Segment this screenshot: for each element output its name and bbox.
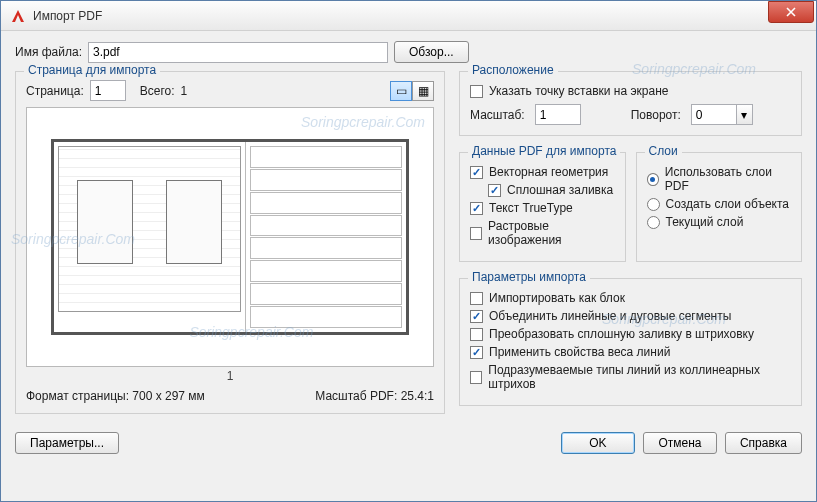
as-block-checkbox[interactable] <box>470 292 483 305</box>
create-obj-layers-label: Создать слои объекта <box>666 197 790 211</box>
vector-checkbox[interactable] <box>470 166 483 179</box>
page-format-label: Формат страницы: <box>26 389 129 403</box>
location-group: Расположение Указать точку вставки на эк… <box>459 71 802 136</box>
import-pdf-dialog: Импорт PDF Имя файла: Обзор... Страница … <box>0 0 817 502</box>
create-obj-layers-radio[interactable] <box>647 198 660 211</box>
help-button[interactable]: Справка <box>725 432 802 454</box>
implied-linetypes-checkbox[interactable] <box>470 371 482 384</box>
pick-point-checkbox[interactable] <box>470 85 483 98</box>
page-format-value: 700 x 297 мм <box>132 389 205 403</box>
ok-button[interactable]: OK <box>561 432 635 454</box>
browse-button[interactable]: Обзор... <box>394 41 469 63</box>
current-layer-label: Текущий слой <box>666 215 744 229</box>
pdf-data-legend: Данные PDF для импорта <box>468 144 620 158</box>
raster-label: Растровые изображения <box>488 219 614 247</box>
pdf-scale-value: 25.4:1 <box>401 389 434 403</box>
import-params-group: Параметры импорта Импортировать как блок… <box>459 278 802 406</box>
rotation-input[interactable] <box>691 104 737 125</box>
view-grid-icon[interactable]: ▦ <box>412 81 434 101</box>
apply-lineweight-label: Применить свойства веса линий <box>489 345 670 359</box>
layers-legend: Слои <box>645 144 682 158</box>
pdf-scale-label: Масштаб PDF: <box>315 389 397 403</box>
vector-label: Векторная геометрия <box>489 165 608 179</box>
implied-linetypes-label: Подразумеваемые типы линий из коллинеарн… <box>488 363 791 391</box>
page-preview: Soringpcrepair.Com Soringpcrepair.Com <box>26 107 434 367</box>
use-pdf-layers-label: Использовать слои PDF <box>665 165 791 193</box>
pick-point-label: Указать точку вставки на экране <box>489 84 668 98</box>
solid-fill-label: Сплошная заливка <box>507 183 613 197</box>
apply-lineweight-checkbox[interactable] <box>470 346 483 359</box>
cancel-button[interactable]: Отмена <box>643 432 717 454</box>
layers-group: Слои Использовать слои PDF Создать слои … <box>636 152 803 262</box>
raster-checkbox[interactable] <box>470 227 482 240</box>
current-layer-radio[interactable] <box>647 216 660 229</box>
scale-label: Масштаб: <box>470 108 525 122</box>
convert-solid-label: Преобразовать сплошную заливку в штрихов… <box>489 327 754 341</box>
autocad-logo-icon <box>9 7 27 25</box>
truetype-label: Текст TrueType <box>489 201 573 215</box>
titlebar: Импорт PDF <box>1 1 816 31</box>
page-label: Страница: <box>26 84 84 98</box>
join-segments-checkbox[interactable] <box>470 310 483 323</box>
solid-fill-checkbox[interactable] <box>488 184 501 197</box>
close-button[interactable] <box>768 1 814 23</box>
use-pdf-layers-radio[interactable] <box>647 173 659 186</box>
filename-input[interactable] <box>88 42 388 63</box>
pdf-data-group: Данные PDF для импорта Векторная геометр… <box>459 152 626 262</box>
truetype-checkbox[interactable] <box>470 202 483 215</box>
rotation-label: Поворот: <box>631 108 681 122</box>
join-segments-label: Объединить линейные и дуговые сегменты <box>489 309 731 323</box>
page-import-group: Страница для импорта Страница: Всего: 1 … <box>15 71 445 414</box>
view-single-icon[interactable]: ▭ <box>390 81 412 101</box>
location-legend: Расположение <box>468 63 558 77</box>
page-import-legend: Страница для импорта <box>24 63 160 77</box>
scale-input[interactable] <box>535 104 581 125</box>
preview-page-number: 1 <box>26 367 434 385</box>
convert-solid-checkbox[interactable] <box>470 328 483 341</box>
page-input[interactable] <box>90 80 126 101</box>
filename-label: Имя файла: <box>15 45 82 59</box>
total-label: Всего: <box>140 84 175 98</box>
import-params-legend: Параметры импорта <box>468 270 590 284</box>
as-block-label: Импортировать как блок <box>489 291 625 305</box>
rotation-dropdown-icon[interactable]: ▾ <box>737 104 753 125</box>
parameters-button[interactable]: Параметры... <box>15 432 119 454</box>
total-value: 1 <box>181 84 188 98</box>
window-title: Импорт PDF <box>33 9 102 23</box>
